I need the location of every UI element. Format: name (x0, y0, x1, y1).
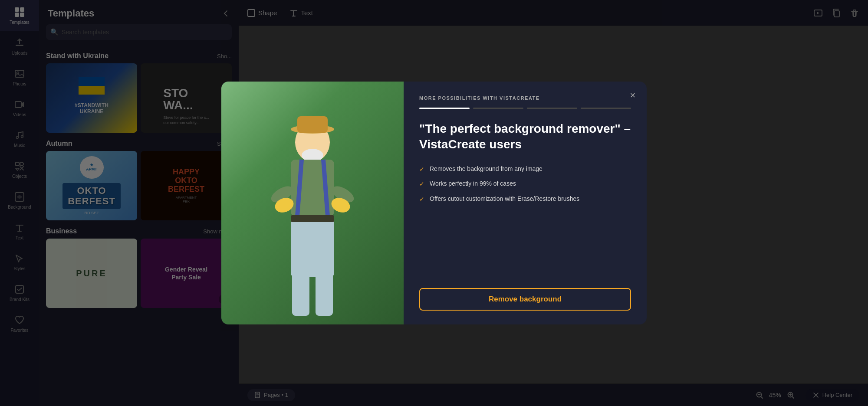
check-icon-2: ✓ (419, 180, 424, 189)
progress-step-4 (581, 108, 631, 109)
person-silhouette (247, 108, 378, 324)
modal-title: "The perfect background remover" – Vista… (419, 121, 631, 153)
feature-item-3: ✓ Offers cutout customization with Erase… (419, 195, 631, 204)
modal-feature-list: ✓ Removes the background from any image … (419, 165, 631, 204)
modal-tag-label: MORE POSSIBILITIES WITH VISTACREATE (419, 95, 631, 101)
modal-progress-bar (419, 108, 631, 109)
svg-rect-32 (291, 215, 334, 222)
feature-text-3: Offers cutout customization with Erase/R… (430, 195, 579, 203)
svg-rect-22 (297, 116, 328, 133)
feature-item-2: ✓ Works perfectly in 99% of cases (419, 180, 631, 189)
modal-background-image (221, 82, 404, 324)
progress-step-3 (527, 108, 577, 109)
remove-background-modal: × MORE POSSIBILITIES WITH VISTACREATE "T… (221, 82, 647, 324)
svg-rect-31 (291, 216, 334, 277)
remove-background-button[interactable]: Remove background (419, 288, 631, 311)
modal-close-button[interactable]: × (626, 88, 640, 102)
feature-item-1: ✓ Removes the background from any image (419, 165, 631, 174)
svg-rect-33 (292, 272, 309, 316)
modal-image-panel (221, 82, 404, 324)
check-icon-1: ✓ (419, 165, 424, 174)
feature-text-1: Removes the background from any image (430, 165, 542, 174)
check-icon-3: ✓ (419, 195, 424, 204)
progress-step-1 (419, 108, 470, 109)
modal-content-panel: × MORE POSSIBILITIES WITH VISTACREATE "T… (404, 82, 647, 324)
svg-rect-34 (316, 272, 333, 316)
modal-overlay[interactable]: × MORE POSSIBILITIES WITH VISTACREATE "T… (0, 0, 868, 406)
progress-step-2 (473, 108, 523, 109)
feature-text-2: Works perfectly in 99% of cases (430, 180, 516, 188)
